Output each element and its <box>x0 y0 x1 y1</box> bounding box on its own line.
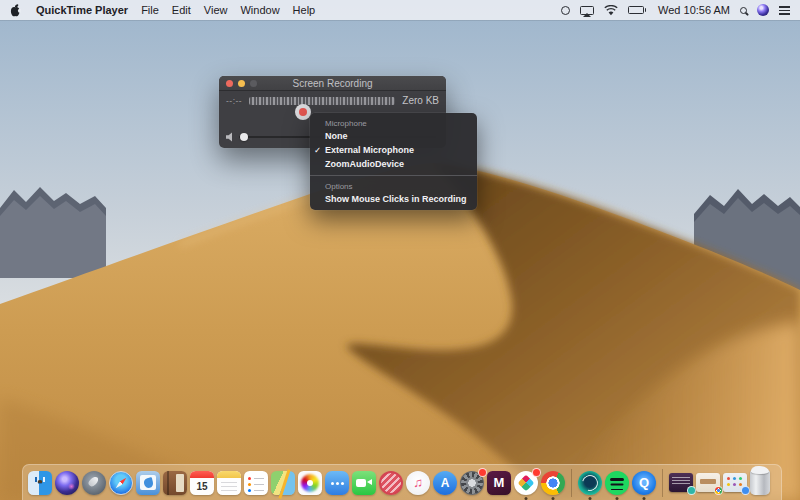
dock-calendar[interactable]: 15 <box>190 471 214 495</box>
wifi-icon[interactable] <box>604 2 618 18</box>
menu-section-header: Microphone <box>310 117 477 129</box>
microphone-options-menu: Microphone None ✓ External Microphone Zo… <box>310 113 477 210</box>
menu-help[interactable]: Help <box>293 4 316 16</box>
minimized-app-badge <box>741 486 750 495</box>
menubar-app-name[interactable]: QuickTime Player <box>36 4 128 16</box>
timecode: --:-- <box>226 96 242 106</box>
dock-notes[interactable] <box>217 471 241 495</box>
menu-item-external-microphone[interactable]: ✓ External Microphone <box>310 143 477 157</box>
circle-menulet-icon[interactable] <box>561 2 570 18</box>
airplay-display-icon[interactable] <box>580 2 594 18</box>
minimized-chrome-badge <box>714 486 723 495</box>
checkmark-icon: ✓ <box>314 145 321 155</box>
dock-separator <box>571 469 572 497</box>
menu-separator <box>310 175 477 176</box>
dock-system-preferences[interactable] <box>460 471 484 495</box>
siri-icon[interactable] <box>757 2 769 18</box>
window-titlebar[interactable]: Screen Recording <box>219 76 446 91</box>
menu-item-zoomaudiodevice[interactable]: ZoomAudioDevice <box>310 157 477 171</box>
dock-itunes[interactable]: ♫ <box>406 471 430 495</box>
minimize-button[interactable] <box>238 80 245 87</box>
dock-siri[interactable] <box>55 471 79 495</box>
window-title: Screen Recording <box>292 78 372 89</box>
apple-menu-icon[interactable] <box>10 4 21 17</box>
minimized-app-badge <box>687 486 696 495</box>
dock-webex[interactable] <box>578 471 602 495</box>
dock-app-store[interactable]: A <box>433 471 457 495</box>
minimized-window-1[interactable] <box>669 473 693 492</box>
quicktime-q-glyph: Q <box>632 471 656 495</box>
minimized-window-3[interactable] <box>723 473 747 492</box>
dock-m-app[interactable]: M <box>487 471 511 495</box>
dock-blocked-sign-app[interactable] <box>379 471 403 495</box>
menu-item-none[interactable]: None <box>310 129 477 143</box>
minimized-window-2[interactable] <box>696 473 720 492</box>
menu-section-header: Options <box>310 180 477 192</box>
menu-edit[interactable]: Edit <box>172 4 191 16</box>
traffic-lights <box>226 80 257 87</box>
battery-icon[interactable] <box>628 2 646 18</box>
dock-mail[interactable] <box>136 471 160 495</box>
menu-file[interactable]: File <box>141 4 159 16</box>
dock-photos[interactable] <box>298 471 322 495</box>
file-size-label: Zero KB <box>402 95 439 106</box>
dock-contacts[interactable] <box>163 471 187 495</box>
app-store-a-glyph: A <box>433 471 457 495</box>
dock-slack[interactable] <box>514 471 538 495</box>
volume-slider-knob[interactable] <box>240 133 248 141</box>
menu-view[interactable]: View <box>204 4 228 16</box>
dock: 15 ♫ A M Q <box>22 464 782 500</box>
audio-level-meter <box>249 97 395 105</box>
m-app-glyph: M <box>487 471 511 495</box>
dock-messages[interactable] <box>325 471 349 495</box>
menu-bar-left: QuickTime Player File Edit View Window H… <box>10 4 315 17</box>
zoom-button-disabled <box>250 80 257 87</box>
menu-bar: QuickTime Player File Edit View Window H… <box>0 0 800 20</box>
dock-trash-full[interactable] <box>750 470 770 495</box>
record-button[interactable] <box>295 104 311 120</box>
dock-maps[interactable] <box>271 471 295 495</box>
menubar-clock[interactable]: Wed 10:56 AM <box>658 4 730 16</box>
notification-center-icon[interactable] <box>779 2 790 18</box>
mojave-wallpaper <box>0 0 800 500</box>
dock-spotify[interactable] <box>605 471 629 495</box>
speaker-icon <box>226 132 234 142</box>
calendar-day: 15 <box>190 478 214 495</box>
spotlight-icon[interactable] <box>740 2 747 18</box>
dock-chrome[interactable] <box>541 471 565 495</box>
dock-quicktime-player[interactable]: Q <box>632 471 656 495</box>
dock-facetime[interactable] <box>352 471 376 495</box>
menu-bar-status: Wed 10:56 AM <box>561 2 790 18</box>
dock-finder[interactable] <box>28 471 52 495</box>
menu-item-show-mouse-clicks[interactable]: Show Mouse Clicks in Recording <box>310 192 477 206</box>
notification-badge <box>478 468 487 477</box>
dock-reminders[interactable] <box>244 471 268 495</box>
notification-badge <box>532 468 541 477</box>
dock-safari[interactable] <box>109 471 133 495</box>
menu-window[interactable]: Window <box>240 4 279 16</box>
dock-launchpad[interactable] <box>82 471 106 495</box>
close-button[interactable] <box>226 80 233 87</box>
dock-separator <box>662 469 663 497</box>
itunes-note-icon: ♫ <box>406 471 430 495</box>
meter-row: --:-- Zero KB <box>219 91 446 106</box>
desktop: QuickTime Player File Edit View Window H… <box>0 0 800 500</box>
